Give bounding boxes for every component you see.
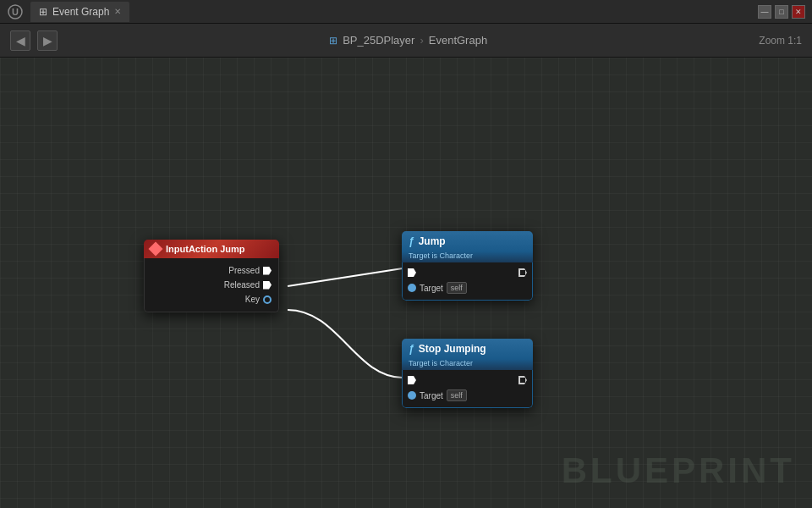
breadcrumb-project: BP_25DPlayer (343, 34, 414, 47)
jump-title: Jump (419, 235, 446, 247)
input-action-jump-node[interactable]: InputAction Jump Pressed Released Key (144, 240, 279, 312)
ue-logo: U (7, 3, 24, 20)
tab-label: Event Graph (52, 6, 109, 18)
stop-jumping-target-value: self (447, 389, 467, 401)
blueprint-canvas[interactable]: InputAction Jump Pressed Released Key ƒ … (0, 58, 812, 508)
released-exec-pin[interactable] (263, 281, 272, 290)
stop-jumping-target-row: Target self (403, 387, 532, 404)
input-action-diamond-icon (149, 242, 163, 257)
stop-jumping-target-pin[interactable] (408, 391, 416, 400)
title-bar: U ⊞ Event Graph ✕ — □ ✕ (0, 0, 812, 24)
released-pin-label: Released (224, 280, 260, 290)
stop-jumping-func-icon: ƒ (409, 343, 414, 355)
jump-target-pin[interactable] (408, 284, 416, 292)
close-button[interactable]: ✕ (792, 5, 805, 19)
tab-icon: ⊞ (39, 6, 47, 18)
key-pin-label: Key (245, 295, 260, 304)
jump-func-icon: ƒ (409, 235, 414, 247)
tab-area: ⊞ Event Graph ✕ (30, 0, 131, 23)
stop-jumping-exec-in-pin[interactable] (408, 376, 416, 384)
nav-forward-button[interactable]: ▶ (37, 30, 58, 51)
stop-jumping-subtitle: Target is Character (402, 359, 533, 370)
jump-target-label: Target (420, 284, 443, 293)
jump-exec-out-pin[interactable] (518, 268, 527, 277)
zoom-label: Zoom 1:1 (759, 35, 802, 47)
window-controls: — □ ✕ (758, 5, 805, 19)
breadcrumb: ⊞ BP_25DPlayer › EventGraph (64, 34, 752, 47)
breadcrumb-graph: EventGraph (429, 34, 487, 47)
stop-jumping-body: Target self (402, 370, 533, 408)
jump-exec-in-pin[interactable] (408, 268, 416, 277)
svg-text:U: U (12, 7, 19, 17)
svg-line-2 (288, 268, 403, 286)
input-action-body: Pressed Released Key (144, 258, 279, 312)
jump-target-value: self (447, 282, 467, 294)
minimize-button[interactable]: — (758, 5, 771, 19)
jump-body: Target self (402, 262, 533, 301)
stop-jumping-title: Stop Jumping (419, 343, 486, 355)
stop-jumping-header: ƒ Stop Jumping (402, 339, 533, 359)
jump-subtitle: Target is Character (402, 251, 533, 262)
stop-jumping-target-label: Target (420, 391, 443, 400)
blueprint-watermark: BLUEPRINT (562, 450, 795, 491)
jump-target-row: Target self (403, 279, 532, 296)
pressed-exec-pin[interactable] (263, 267, 272, 275)
input-action-header: InputAction Jump (144, 240, 279, 258)
key-circle-pin[interactable] (263, 295, 272, 304)
stop-jumping-exec-out-pin[interactable] (518, 376, 527, 384)
pressed-pin-row: Pressed (145, 263, 278, 278)
stop-jumping-exec-row (403, 373, 532, 387)
jump-exec-row (403, 266, 532, 279)
breadcrumb-icon: ⊞ (329, 35, 337, 47)
stop-jumping-node[interactable]: ƒ Stop Jumping Target is Character Targe… (402, 339, 533, 408)
jump-node-header: ƒ Jump (402, 231, 533, 251)
jump-node[interactable]: ƒ Jump Target is Character Target self (402, 231, 533, 301)
released-pin-row: Released (145, 278, 278, 292)
pressed-pin-label: Pressed (228, 266, 260, 275)
breadcrumb-separator: › (420, 34, 423, 47)
input-action-title: InputAction Jump (166, 244, 245, 254)
key-pin-row: Key (145, 292, 278, 306)
tab-close-button[interactable]: ✕ (114, 7, 121, 16)
toolbar: ◀ ▶ ⊞ BP_25DPlayer › EventGraph Zoom 1:1 (0, 24, 812, 58)
nav-back-button[interactable]: ◀ (10, 30, 30, 51)
event-graph-tab[interactable]: ⊞ Event Graph ✕ (30, 2, 129, 22)
maximize-button[interactable]: □ (775, 5, 788, 19)
